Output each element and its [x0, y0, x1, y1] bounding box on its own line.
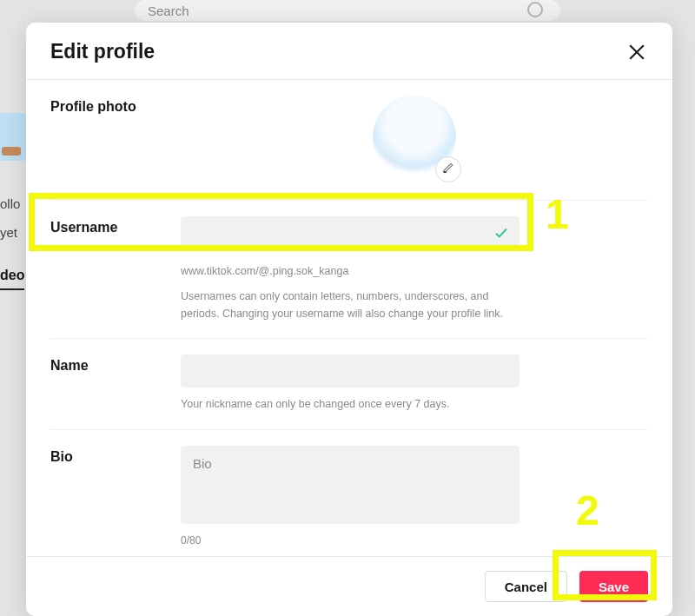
bio-label: Bio	[50, 446, 181, 546]
modal-header: Edit profile	[26, 23, 672, 80]
name-input[interactable]	[181, 354, 520, 387]
bg-profile-avatar	[0, 113, 26, 161]
search-icon	[527, 2, 543, 17]
search-placeholder-bg: Search	[148, 3, 189, 18]
name-help: Your nickname can only be changed once e…	[181, 396, 528, 413]
save-button[interactable]: Save	[579, 571, 648, 602]
username-input[interactable]	[181, 216, 520, 249]
bg-tab-video: deo	[0, 268, 24, 290]
avatar	[373, 96, 456, 179]
name-label: Name	[50, 354, 181, 413]
cancel-button[interactable]: Cancel	[485, 571, 567, 602]
modal-title: Edit profile	[50, 40, 155, 63]
annotation-number-2: 2	[576, 487, 598, 534]
profile-photo-section: Profile photo	[50, 80, 648, 201]
search-input-bg[interactable]: Search	[135, 0, 560, 21]
pencil-icon	[442, 162, 454, 177]
bg-text-follow: ollo	[0, 196, 20, 211]
annotation-number-1: 1	[546, 190, 567, 238]
bg-text-yet: yet	[0, 225, 17, 240]
username-label: Username	[50, 216, 181, 322]
modal-footer: Cancel Save	[26, 556, 672, 616]
username-url: www.tiktok.com/@.ping.sok_kanga	[181, 263, 528, 280]
name-section: Name Your nickname can only be changed o…	[50, 339, 648, 429]
username-help: Usernames can only contain letters, numb…	[181, 288, 528, 322]
bio-counter: 0/80	[181, 534, 648, 546]
modal-body: Profile photo Username	[26, 80, 672, 556]
bio-section: Bio 0/80	[50, 430, 648, 557]
checkmark-icon	[493, 225, 509, 241]
bio-input[interactable]	[181, 446, 520, 524]
edit-avatar-button[interactable]	[435, 156, 461, 182]
profile-photo-label: Profile photo	[50, 96, 181, 184]
close-icon[interactable]	[626, 41, 648, 63]
